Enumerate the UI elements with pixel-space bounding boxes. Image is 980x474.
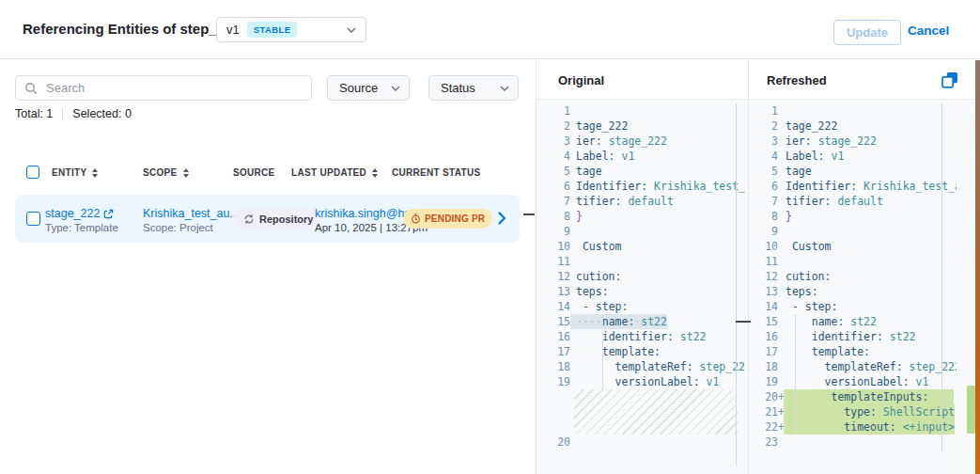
line-number: 14 xyxy=(537,299,570,314)
entity-link[interactable]: stage_222 xyxy=(45,207,118,220)
code-text: ier: stage_222 xyxy=(570,134,667,149)
entity-type: Type: Template xyxy=(45,222,118,233)
results-summary: Total: 1 Selected: 0 xyxy=(15,107,132,120)
row-expand-chevron[interactable] xyxy=(498,212,506,225)
search-input[interactable] xyxy=(44,80,303,96)
code-line: 11 xyxy=(748,254,957,269)
code-line: 21+ type: ShellScript xyxy=(748,404,957,419)
column-header-source: SOURCE xyxy=(233,167,275,178)
line-number: 7 xyxy=(748,194,778,209)
search-box xyxy=(15,75,312,101)
source-filter-dropdown[interactable]: Source xyxy=(327,75,410,101)
line-number: 3 xyxy=(537,134,570,149)
diff-spacer-hatch xyxy=(574,389,738,434)
code-line: 20 xyxy=(537,434,745,450)
sort-icon xyxy=(92,168,98,178)
referencing-entities-dialog: Referencing Entities of step_222 v1 STAB… xyxy=(0,0,980,474)
line-number: 7 xyxy=(537,194,570,209)
code-text: Label: v1 xyxy=(570,149,634,164)
code-line: 20+ templateInputs: xyxy=(748,389,957,404)
code-line: 7tifier: default xyxy=(537,194,745,209)
code-line: 2tage_222 xyxy=(537,118,745,134)
code-text: tage xyxy=(570,164,602,179)
code-text: tage_222 xyxy=(570,118,628,134)
line-number: 16 xyxy=(537,329,570,344)
refreshed-pane-title: Refreshed xyxy=(767,73,827,87)
total-count: Total: 1 xyxy=(15,107,53,120)
code-line: 4Label: v1 xyxy=(537,149,745,164)
code-text: tifier: default xyxy=(784,194,883,209)
code-text: Identifier: Krishika_test_aut xyxy=(570,179,745,194)
line-number: 5 xyxy=(537,164,570,179)
diff-connector-dash xyxy=(523,213,535,215)
version-select[interactable]: v1 STABLE xyxy=(216,17,366,42)
cancel-button[interactable]: Cancel xyxy=(908,24,949,38)
code-line: 15····name:·st22 xyxy=(537,314,745,329)
code-text: tage_222 xyxy=(784,118,837,134)
code-text: name: st22 xyxy=(784,314,877,329)
code-line: 8} xyxy=(537,209,745,224)
code-line: 14 - step: xyxy=(748,299,957,314)
row-checkbox[interactable] xyxy=(26,212,40,226)
code-line: 5tage xyxy=(748,164,957,179)
line-number: 8 xyxy=(537,209,570,224)
column-header-last-updated[interactable]: LAST UPDATED xyxy=(291,167,378,178)
original-pane-title: Original xyxy=(558,73,604,87)
code-text: Label: v1 xyxy=(784,149,844,164)
code-text: cution: xyxy=(570,269,621,284)
code-text: templateRef: step_222 xyxy=(570,359,745,374)
code-line: 8} xyxy=(748,209,957,224)
selected-count: Selected: 0 xyxy=(72,107,132,120)
chevron-down-icon xyxy=(500,86,509,91)
line-number: 1 xyxy=(748,103,778,118)
line-number: 11 xyxy=(537,254,570,269)
overview-ruler-added-mark[interactable] xyxy=(967,386,975,434)
code-line: 2tage_222 xyxy=(748,118,957,134)
code-text: Custom xyxy=(784,239,831,254)
code-text: timeout: <+input> xyxy=(784,419,955,434)
code-line: 10 Custom xyxy=(748,239,957,254)
update-button[interactable]: Update xyxy=(833,20,901,45)
code-line: 7tifier: default xyxy=(748,194,957,209)
line-number: 20 xyxy=(748,389,778,404)
line-number: 6 xyxy=(748,179,778,194)
code-line: 5tage xyxy=(537,164,745,179)
line-number: 8 xyxy=(748,209,778,224)
line-number: 17 xyxy=(748,344,778,359)
indent-guide xyxy=(602,314,603,389)
column-header-entity[interactable]: ENTITY xyxy=(52,167,98,178)
line-number: 19 xyxy=(748,374,778,389)
entity-cell: stage_222 Type: Template xyxy=(45,207,118,233)
code-line: 12cution: xyxy=(748,269,957,284)
select-all-checkbox[interactable] xyxy=(26,166,39,179)
status-badge: PENDING PR xyxy=(403,209,492,229)
code-text: - step: xyxy=(784,299,837,314)
code-line: 15 name: st22 xyxy=(748,314,957,329)
line-number: 19 xyxy=(537,374,570,389)
line-number: 18 xyxy=(748,359,778,374)
refreshed-scrollbar-edge xyxy=(941,103,942,451)
code-line: 16 identifier: st22 xyxy=(748,329,957,344)
search-icon xyxy=(24,82,38,95)
column-header-scope[interactable]: SCOPE xyxy=(143,167,189,178)
line-number: 16 xyxy=(748,329,778,344)
original-code[interactable]: 12tage_2223ier: stage_2224Label: v15tage… xyxy=(537,103,745,450)
chevron-down-icon xyxy=(391,86,400,91)
copy-icon[interactable] xyxy=(941,71,958,88)
status-filter-dropdown[interactable]: Status xyxy=(428,75,519,101)
line-number: 2 xyxy=(748,118,778,134)
refreshed-code[interactable]: 12tage_2223ier: stage_2224Label: v15tage… xyxy=(748,103,957,450)
code-text: identifier: st22 xyxy=(570,329,707,344)
table-row[interactable]: stage_222 Type: Template Krishika_test_a… xyxy=(15,195,520,243)
code-text: teps: xyxy=(570,284,609,299)
code-text xyxy=(570,434,576,450)
chevron-down-icon xyxy=(347,27,356,33)
source-filter-label: Source xyxy=(339,81,378,95)
code-line: 1 xyxy=(537,103,745,118)
code-text: versionLabel: v1 xyxy=(570,374,719,389)
source-badge: Repository xyxy=(234,208,322,229)
code-text: Identifier: Krishika_test_aut xyxy=(784,179,957,194)
code-text: identifier: st22 xyxy=(784,329,916,344)
code-text: type: ShellScript xyxy=(784,404,955,419)
clock-icon xyxy=(411,213,421,224)
